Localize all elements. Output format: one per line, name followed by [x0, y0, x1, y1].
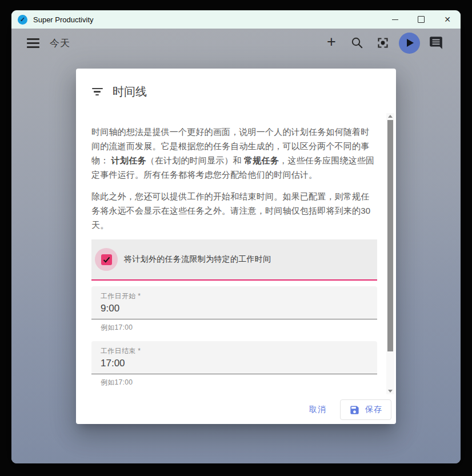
workday-end-input[interactable] [101, 358, 368, 369]
dialog-title: 时间线 [113, 84, 147, 99]
dialog-scrollbar[interactable] [386, 113, 394, 394]
workday-start-input[interactable] [101, 303, 368, 314]
checkbox-label: 将计划外的任务流限制为特定的工作时间 [124, 254, 271, 265]
search-button[interactable] [347, 33, 367, 53]
notes-icon [429, 35, 443, 50]
workday-end-hint: 例如17:00 [101, 378, 377, 387]
second-paragraph: 除此之外，您还可以提供工作的开始和结束时间。如果已配置，则常规任务将永远不会显示… [91, 189, 377, 232]
page-title: 今天 [50, 37, 70, 50]
filter-icon [91, 88, 103, 95]
app-title: Super Productivity [33, 15, 94, 24]
focus-mode-icon [376, 36, 390, 50]
titlebar: ✓ Super Productivity ✕ [11, 10, 461, 29]
play-button[interactable] [399, 33, 420, 54]
save-button[interactable]: 保存 [340, 399, 391, 420]
notes-button[interactable] [426, 33, 446, 53]
window-controls: ✕ [382, 10, 461, 29]
cancel-button[interactable]: 取消 [300, 399, 335, 420]
minimize-icon [392, 19, 398, 20]
workday-end-field[interactable]: 工作日结束 * [91, 341, 377, 374]
close-button[interactable]: ✕ [434, 10, 461, 29]
add-icon: + [327, 34, 336, 50]
checkbox-checked-icon[interactable] [101, 254, 112, 265]
main-toolbar: 今天 + [11, 29, 461, 57]
dialog-header: 时间线 [76, 69, 396, 99]
save-icon [349, 405, 360, 415]
add-task-button[interactable]: + [322, 33, 341, 53]
menu-icon[interactable] [27, 38, 39, 48]
dialog-body: 时间轴的想法是提供一个更好的画面，说明一个人的计划任务如何随着时间的流逝而发展。… [76, 113, 386, 391]
toolbar-actions: + [322, 33, 446, 54]
search-icon [350, 36, 364, 50]
maximize-icon [418, 16, 425, 23]
maximize-button[interactable] [408, 10, 434, 29]
play-icon [407, 39, 414, 47]
scrollbar-thumb[interactable] [387, 120, 393, 351]
minimize-button[interactable] [382, 10, 408, 29]
dialog-actions: 取消 保存 [300, 399, 391, 420]
close-icon: ✕ [444, 15, 451, 23]
save-button-label: 保存 [365, 405, 382, 415]
scrollbar-down-icon[interactable] [388, 390, 393, 393]
timeline-settings-dialog: 时间线 时间轴的想法是提供一个更好的画面，说明一个人的计划任务如何随着时间的流逝… [76, 69, 396, 424]
focus-mode-button[interactable] [373, 33, 393, 53]
workday-start-label: 工作日开始 * [101, 291, 368, 301]
scrollbar-up-icon[interactable] [388, 115, 393, 118]
workday-start-field[interactable]: 工作日开始 * [91, 286, 377, 319]
work-hours-checkbox-row[interactable]: 将计划外的任务流限制为特定的工作时间 [91, 239, 377, 281]
checkbox-ripple[interactable] [95, 248, 118, 271]
workday-end-label: 工作日结束 * [101, 346, 368, 356]
intro-paragraph: 时间轴的想法是提供一个更好的画面，说明一个人的计划任务如何随着时间的流逝而发展。… [91, 125, 377, 182]
workday-start-hint: 例如17:00 [101, 323, 377, 333]
app-logo-icon: ✓ [18, 15, 27, 25]
